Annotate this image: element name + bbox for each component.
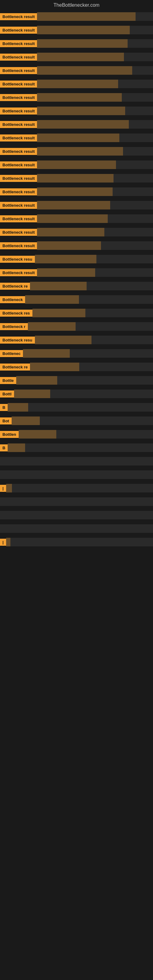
bar-track [37, 80, 153, 88]
bar-fill [37, 174, 113, 183]
bar-track [14, 390, 153, 398]
site-title: TheBottlenecker.com [0, 0, 153, 10]
bar-track [37, 134, 153, 142]
list-item: B [0, 401, 153, 415]
bar-fill [37, 107, 125, 115]
bottleneck-label: Bottleneck resu [0, 256, 35, 263]
bottleneck-label: Bottleneck result [0, 148, 37, 155]
bar-fill [37, 26, 130, 34]
list-item: Bottlen [0, 428, 153, 442]
bar-track [37, 107, 153, 115]
bar-track [19, 430, 153, 439]
bar-track [37, 26, 153, 34]
bar-fill [32, 309, 86, 317]
bar-track [23, 349, 153, 358]
bottleneck-label: Bottleneck result [0, 188, 37, 196]
bar-track [37, 66, 153, 75]
bar-fill [37, 93, 121, 102]
bar-track [35, 255, 153, 263]
list-item: Bottlenec [0, 347, 153, 361]
bar-fill [6, 538, 10, 546]
list-item: Bottleneck result [0, 132, 153, 145]
bar-fill [8, 403, 28, 412]
bar-track [37, 161, 153, 169]
bar-fill [37, 80, 118, 88]
bar-fill [28, 322, 75, 331]
bottleneck-label: Bottleneck result [0, 13, 37, 20]
bottleneck-label: Bottleneck result [0, 94, 37, 101]
bar-fill [37, 268, 95, 277]
bar-fill [30, 363, 79, 371]
bottleneck-label: | [0, 485, 6, 492]
bottleneck-label: Bottleneck result [0, 121, 37, 128]
bottleneck-label: | [0, 539, 6, 546]
bottleneck-label: Bottleneck re [0, 364, 30, 371]
bar-track [6, 538, 153, 546]
bar-fill [6, 484, 12, 492]
bottleneck-label: Bottlenec [0, 350, 23, 357]
list-item: Bottleneck result [0, 186, 153, 199]
bar-track [6, 484, 153, 492]
list-item: Bottleneck result [0, 213, 153, 226]
bottleneck-label: Bottleneck result [0, 134, 37, 142]
bar-track [37, 39, 153, 48]
list-item: Bottleneck result [0, 199, 153, 213]
bottleneck-label: Bottleneck result [0, 242, 37, 249]
bar-fill [23, 349, 70, 358]
list-item: Bottleneck resu [0, 334, 153, 347]
bar-track [35, 336, 153, 344]
bar-fill [37, 241, 101, 250]
bar-track [30, 282, 153, 290]
bar-track [37, 174, 153, 183]
bottleneck-label: Bottleneck result [0, 27, 37, 34]
list-item: Bottl [0, 388, 153, 401]
list-item [0, 495, 153, 509]
bar-track [30, 363, 153, 371]
bottleneck-label: Bottl [0, 390, 14, 398]
bar-track [0, 497, 153, 506]
list-item: Bottleneck result [0, 24, 153, 37]
list-item: Bottleneck result [0, 159, 153, 172]
bar-fill [37, 12, 135, 21]
list-item: Bottleneck result [0, 51, 153, 64]
list-item [0, 522, 153, 536]
bar-fill [8, 444, 25, 452]
bottleneck-label: B [0, 404, 8, 411]
bar-fill [19, 430, 56, 439]
bottleneck-label: Bottleneck result [0, 269, 37, 276]
bottleneck-label: Bottleneck r [0, 323, 28, 330]
bar-fill [16, 376, 57, 385]
bottleneck-label: Bottleneck result [0, 202, 37, 209]
bottleneck-label: Bottle [0, 377, 16, 384]
bar-fill [37, 201, 110, 210]
bar-track [8, 403, 153, 412]
list-item: Bottleneck resu [0, 253, 153, 266]
list-item: Bottle [0, 374, 153, 388]
bar-fill [37, 39, 127, 48]
list-item: Bottleneck result [0, 266, 153, 280]
bar-fill [12, 417, 40, 425]
bottleneck-label: Bottleneck result [0, 40, 37, 47]
bar-track [37, 120, 153, 129]
bar-track [37, 228, 153, 236]
list-item: Bottleneck result [0, 10, 153, 24]
bottleneck-list: Bottleneck resultBottleneck resultBottle… [0, 10, 153, 549]
list-item: B [0, 442, 153, 455]
bar-fill [25, 295, 79, 304]
bar-fill [37, 228, 104, 236]
bar-fill [37, 66, 132, 75]
bar-track [37, 12, 153, 21]
bar-fill [37, 120, 129, 129]
list-item: Bottleneck [0, 293, 153, 307]
bottleneck-label: Bot [0, 417, 12, 425]
bar-track [0, 470, 153, 479]
bottleneck-label: Bottlen [0, 431, 19, 438]
list-item [0, 455, 153, 469]
list-item: Bottleneck result [0, 37, 153, 51]
list-item: Bottleneck result [0, 78, 153, 91]
bar-fill [37, 215, 108, 223]
list-item [0, 509, 153, 522]
list-item: Bottleneck re [0, 280, 153, 293]
bottleneck-label: Bottleneck result [0, 175, 37, 182]
bottleneck-label: Bottleneck res [0, 310, 32, 317]
